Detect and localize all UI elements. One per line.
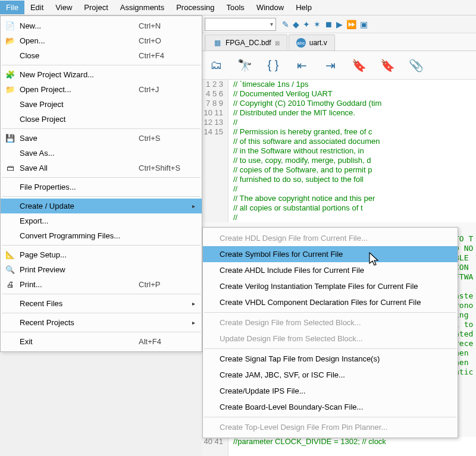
tab-uart-v[interactable]: abc uart.v xyxy=(289,34,335,51)
chevron-right-icon: ▸ xyxy=(192,300,202,307)
menu-label: New Project Wizard... xyxy=(17,70,139,79)
menu-item-open-project[interactable]: 📁Open Project...Ctrl+J xyxy=(1,82,202,97)
menu-item-print-preview[interactable]: 🔍Print Preview xyxy=(1,262,202,277)
menu-icon xyxy=(3,201,17,212)
menu-help[interactable]: Help xyxy=(290,1,318,14)
menu-icon xyxy=(3,216,17,227)
attachment-icon[interactable]: 📎 xyxy=(407,56,425,74)
menu-label: Close xyxy=(17,51,139,60)
menu-item-file-properties[interactable]: File Properties... xyxy=(1,180,202,194)
menu-item-export[interactable]: Export... xyxy=(1,213,202,228)
submenu-item-create-verilog-instantiation-template-files-for-current-file[interactable]: Create Verilog Instantiation Template Fi… xyxy=(203,278,458,294)
menu-shortcut: Alt+F4 xyxy=(139,337,192,346)
menu-icon: 🔍 xyxy=(3,265,17,275)
menu-edit[interactable]: Edit xyxy=(24,1,49,14)
menu-label: File Properties... xyxy=(17,183,139,191)
sparkle-icon[interactable]: ✶ xyxy=(314,20,321,29)
submenu-item-create-update-ips-file[interactable]: Create/Update IPS File... xyxy=(203,383,458,399)
submenu-item-create-symbol-files-for-current-file[interactable]: Create Symbol Files for Current File xyxy=(203,246,458,262)
fast-icon[interactable]: ⏩ xyxy=(346,20,356,29)
menu-window[interactable]: Window xyxy=(250,1,290,14)
submenu-item-create-jam-jbc-svf-or-isc-file[interactable]: Create JAM, JBC, SVF, or ISC File... xyxy=(203,367,458,383)
chip-icon[interactable]: ▣ xyxy=(360,20,368,29)
menu-label: Recent Files xyxy=(17,299,139,308)
menu-processing[interactable]: Processing xyxy=(170,1,220,14)
diamond-icon[interactable]: ◆ xyxy=(293,20,299,29)
code-body-bottom: //parameter CLOCK_DIVIDE = 1302; // cloc… xyxy=(228,437,476,456)
menu-label: Convert Programming Files... xyxy=(17,231,139,240)
menu-icon xyxy=(3,99,17,110)
menu-label: Export... xyxy=(17,216,139,225)
menu-icon xyxy=(3,114,17,125)
submenu-item-create-ahdl-include-files-for-current-file[interactable]: Create AHDL Include Files for Current Fi… xyxy=(203,262,458,278)
braces-icon[interactable]: { } xyxy=(264,56,282,74)
menu-label: Save All xyxy=(17,163,139,172)
menu-item-print[interactable]: 🖨Print...Ctrl+P xyxy=(1,277,202,292)
menu-icon xyxy=(3,231,17,241)
menu-item-exit[interactable]: ExitAlt+F4 xyxy=(1,334,202,349)
tab-label: FPGA_DC.bdf xyxy=(226,39,271,47)
menu-icon xyxy=(3,148,17,159)
editor-tabs: ▦ FPGA_DC.bdf ⊠ abc uart.v xyxy=(202,33,476,51)
menu-label: Save xyxy=(17,134,139,143)
submenu-item-create-signal-tap-file-from-design-instance-s[interactable]: Create Signal Tap File from Design Insta… xyxy=(203,351,458,367)
menu-icon: 📂 xyxy=(3,36,17,46)
indent-right-icon[interactable]: ⇥ xyxy=(321,56,339,74)
menu-label: Create / Update xyxy=(17,202,139,210)
menu-label: Save As... xyxy=(17,149,139,158)
stop-icon[interactable]: ⏹ xyxy=(324,20,333,29)
menu-label: Exit xyxy=(17,337,139,346)
menu-shortcut: Ctrl+F4 xyxy=(139,51,192,60)
menu-file[interactable]: File xyxy=(0,1,24,14)
code-editor[interactable]: 1 2 3 4 5 6 7 8 9 10 11 12 13 14 15 // `… xyxy=(202,80,476,222)
nav-icon[interactable]: 🗂 xyxy=(207,56,225,74)
menu-shortcut: Ctrl+N xyxy=(139,21,192,30)
menu-item-create-update[interactable]: Create / Update▸ xyxy=(1,199,202,213)
wand-icon[interactable]: ✎ xyxy=(282,20,289,29)
menu-icon: 📁 xyxy=(3,84,17,95)
tab-fpga-bdf[interactable]: ▦ FPGA_DC.bdf ⊠ xyxy=(205,34,287,51)
submenu-item-create-board-level-boundary-scan-file[interactable]: Create Board-Level Boundary-Scan File... xyxy=(203,399,458,415)
indent-left-icon[interactable]: ⇤ xyxy=(293,56,311,74)
menu-icon xyxy=(3,298,17,309)
menu-view[interactable]: View xyxy=(49,1,78,14)
menu-tools[interactable]: Tools xyxy=(221,1,250,14)
submenu-item-create-hdl-design-file-from-current-file: Create HDL Design File from Current File… xyxy=(203,230,458,246)
gear-icon[interactable]: ✦ xyxy=(303,20,310,29)
device-combo[interactable]: ▾ xyxy=(205,18,276,31)
line-gutter-bottom: 40 41 xyxy=(202,437,228,456)
menu-icon: 🖨 xyxy=(3,279,17,290)
menu-item-save-as[interactable]: Save As... xyxy=(1,146,202,161)
file-menu-dropdown: 📄New...Ctrl+N📂Open...Ctrl+OCloseCtrl+F4🧩… xyxy=(0,15,202,352)
bookmark-prev-icon[interactable]: 🔖 xyxy=(350,56,368,74)
menu-item-convert-programming-files[interactable]: Convert Programming Files... xyxy=(1,228,202,243)
menu-label: Print... xyxy=(17,280,139,289)
play-icon[interactable]: ▶ xyxy=(336,20,343,29)
close-icon[interactable]: ⊠ xyxy=(275,40,280,46)
binoculars-icon[interactable]: 🔭 xyxy=(236,56,253,74)
menu-item-save-all[interactable]: 🗃Save AllCtrl+Shift+S xyxy=(1,161,202,175)
create-update-submenu: Create HDL Design File from Current File… xyxy=(202,227,458,438)
submenu-item-update-design-file-from-selected-block: Update Design File from Selected Block..… xyxy=(203,331,458,347)
menu-item-recent-files[interactable]: Recent Files▸ xyxy=(1,296,202,311)
line-gutter: 1 2 3 4 5 6 7 8 9 10 11 12 13 14 15 xyxy=(202,80,228,222)
menu-item-open[interactable]: 📂Open...Ctrl+O xyxy=(1,33,202,48)
bookmark-next-icon[interactable]: 🔖 xyxy=(378,56,396,74)
menu-item-close-project[interactable]: Close Project xyxy=(1,112,202,127)
menu-item-close[interactable]: CloseCtrl+F4 xyxy=(1,48,202,63)
menu-item-new-project-wizard[interactable]: 🧩New Project Wizard... xyxy=(1,67,202,82)
code-body[interactable]: // `timescale 1ns / 1ps // Documented Ve… xyxy=(228,80,476,222)
menu-project[interactable]: Project xyxy=(78,1,114,14)
code-editor-bottom: 40 41 //parameter CLOCK_DIVIDE = 1302; /… xyxy=(202,437,476,456)
menu-item-save[interactable]: 💾SaveCtrl+S xyxy=(1,131,202,146)
verilog-icon: abc xyxy=(296,38,306,48)
submenu-item-create-vhdl-component-declaration-files-for-current-file[interactable]: Create VHDL Component Declaration Files … xyxy=(203,294,458,310)
menu-assignments[interactable]: Assignments xyxy=(114,1,170,14)
tab-label: uart.v xyxy=(309,39,327,47)
menu-label: New... xyxy=(17,21,139,30)
menu-item-save-project[interactable]: Save Project xyxy=(1,97,202,112)
menu-icon: 🧩 xyxy=(3,70,17,80)
menu-item-new[interactable]: 📄New...Ctrl+N xyxy=(1,18,202,33)
menu-item-page-setup[interactable]: 📐Page Setup... xyxy=(1,247,202,262)
menu-item-recent-projects[interactable]: Recent Projects▸ xyxy=(1,315,202,330)
